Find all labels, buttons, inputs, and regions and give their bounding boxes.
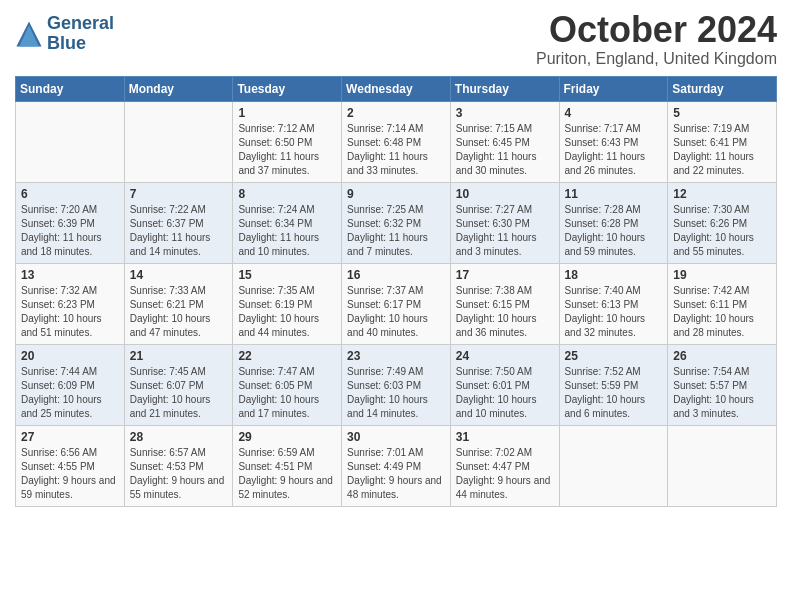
day-number: 17 xyxy=(456,268,554,282)
calendar-cell: 29Sunrise: 6:59 AM Sunset: 4:51 PM Dayli… xyxy=(233,425,342,506)
calendar-cell: 26Sunrise: 7:54 AM Sunset: 5:57 PM Dayli… xyxy=(668,344,777,425)
day-number: 22 xyxy=(238,349,336,363)
calendar-cell: 13Sunrise: 7:32 AM Sunset: 6:23 PM Dayli… xyxy=(16,263,125,344)
day-info: Sunrise: 7:50 AM Sunset: 6:01 PM Dayligh… xyxy=(456,365,554,421)
day-number: 18 xyxy=(565,268,663,282)
day-info: Sunrise: 7:44 AM Sunset: 6:09 PM Dayligh… xyxy=(21,365,119,421)
day-info: Sunrise: 7:33 AM Sunset: 6:21 PM Dayligh… xyxy=(130,284,228,340)
calendar-cell: 14Sunrise: 7:33 AM Sunset: 6:21 PM Dayli… xyxy=(124,263,233,344)
calendar-cell: 1Sunrise: 7:12 AM Sunset: 6:50 PM Daylig… xyxy=(233,101,342,182)
day-header-thursday: Thursday xyxy=(450,76,559,101)
day-info: Sunrise: 7:22 AM Sunset: 6:37 PM Dayligh… xyxy=(130,203,228,259)
calendar-cell: 15Sunrise: 7:35 AM Sunset: 6:19 PM Dayli… xyxy=(233,263,342,344)
calendar-cell xyxy=(668,425,777,506)
day-number: 7 xyxy=(130,187,228,201)
day-info: Sunrise: 7:32 AM Sunset: 6:23 PM Dayligh… xyxy=(21,284,119,340)
logo: General Blue xyxy=(15,14,114,54)
calendar-cell: 28Sunrise: 6:57 AM Sunset: 4:53 PM Dayli… xyxy=(124,425,233,506)
calendar-cell: 25Sunrise: 7:52 AM Sunset: 5:59 PM Dayli… xyxy=(559,344,668,425)
day-info: Sunrise: 7:30 AM Sunset: 6:26 PM Dayligh… xyxy=(673,203,771,259)
calendar-cell: 4Sunrise: 7:17 AM Sunset: 6:43 PM Daylig… xyxy=(559,101,668,182)
day-header-monday: Monday xyxy=(124,76,233,101)
day-number: 8 xyxy=(238,187,336,201)
week-row-4: 20Sunrise: 7:44 AM Sunset: 6:09 PM Dayli… xyxy=(16,344,777,425)
calendar-cell: 22Sunrise: 7:47 AM Sunset: 6:05 PM Dayli… xyxy=(233,344,342,425)
calendar-cell: 2Sunrise: 7:14 AM Sunset: 6:48 PM Daylig… xyxy=(342,101,451,182)
day-number: 6 xyxy=(21,187,119,201)
day-info: Sunrise: 7:19 AM Sunset: 6:41 PM Dayligh… xyxy=(673,122,771,178)
calendar-cell: 27Sunrise: 6:56 AM Sunset: 4:55 PM Dayli… xyxy=(16,425,125,506)
day-info: Sunrise: 7:27 AM Sunset: 6:30 PM Dayligh… xyxy=(456,203,554,259)
week-row-2: 6Sunrise: 7:20 AM Sunset: 6:39 PM Daylig… xyxy=(16,182,777,263)
day-number: 10 xyxy=(456,187,554,201)
calendar-body: 1Sunrise: 7:12 AM Sunset: 6:50 PM Daylig… xyxy=(16,101,777,506)
day-number: 12 xyxy=(673,187,771,201)
location: Puriton, England, United Kingdom xyxy=(536,50,777,68)
day-number: 3 xyxy=(456,106,554,120)
day-info: Sunrise: 7:14 AM Sunset: 6:48 PM Dayligh… xyxy=(347,122,445,178)
calendar-cell: 12Sunrise: 7:30 AM Sunset: 6:26 PM Dayli… xyxy=(668,182,777,263)
day-number: 19 xyxy=(673,268,771,282)
day-number: 31 xyxy=(456,430,554,444)
day-number: 29 xyxy=(238,430,336,444)
calendar-header-row: SundayMondayTuesdayWednesdayThursdayFrid… xyxy=(16,76,777,101)
logo-icon xyxy=(15,20,43,48)
day-number: 28 xyxy=(130,430,228,444)
day-info: Sunrise: 7:49 AM Sunset: 6:03 PM Dayligh… xyxy=(347,365,445,421)
day-info: Sunrise: 6:56 AM Sunset: 4:55 PM Dayligh… xyxy=(21,446,119,502)
day-header-saturday: Saturday xyxy=(668,76,777,101)
day-number: 2 xyxy=(347,106,445,120)
day-number: 26 xyxy=(673,349,771,363)
logo-text: General Blue xyxy=(47,14,114,54)
day-info: Sunrise: 7:42 AM Sunset: 6:11 PM Dayligh… xyxy=(673,284,771,340)
day-info: Sunrise: 7:17 AM Sunset: 6:43 PM Dayligh… xyxy=(565,122,663,178)
day-info: Sunrise: 7:24 AM Sunset: 6:34 PM Dayligh… xyxy=(238,203,336,259)
calendar-cell: 11Sunrise: 7:28 AM Sunset: 6:28 PM Dayli… xyxy=(559,182,668,263)
day-number: 25 xyxy=(565,349,663,363)
day-info: Sunrise: 6:59 AM Sunset: 4:51 PM Dayligh… xyxy=(238,446,336,502)
day-info: Sunrise: 7:12 AM Sunset: 6:50 PM Dayligh… xyxy=(238,122,336,178)
day-number: 24 xyxy=(456,349,554,363)
day-info: Sunrise: 7:35 AM Sunset: 6:19 PM Dayligh… xyxy=(238,284,336,340)
day-number: 15 xyxy=(238,268,336,282)
calendar-cell: 17Sunrise: 7:38 AM Sunset: 6:15 PM Dayli… xyxy=(450,263,559,344)
day-number: 16 xyxy=(347,268,445,282)
day-number: 27 xyxy=(21,430,119,444)
day-header-sunday: Sunday xyxy=(16,76,125,101)
day-info: Sunrise: 7:52 AM Sunset: 5:59 PM Dayligh… xyxy=(565,365,663,421)
day-info: Sunrise: 7:02 AM Sunset: 4:47 PM Dayligh… xyxy=(456,446,554,502)
calendar-cell: 23Sunrise: 7:49 AM Sunset: 6:03 PM Dayli… xyxy=(342,344,451,425)
day-info: Sunrise: 7:40 AM Sunset: 6:13 PM Dayligh… xyxy=(565,284,663,340)
day-number: 5 xyxy=(673,106,771,120)
day-info: Sunrise: 7:37 AM Sunset: 6:17 PM Dayligh… xyxy=(347,284,445,340)
calendar-cell: 18Sunrise: 7:40 AM Sunset: 6:13 PM Dayli… xyxy=(559,263,668,344)
week-row-3: 13Sunrise: 7:32 AM Sunset: 6:23 PM Dayli… xyxy=(16,263,777,344)
week-row-5: 27Sunrise: 6:56 AM Sunset: 4:55 PM Dayli… xyxy=(16,425,777,506)
day-info: Sunrise: 7:01 AM Sunset: 4:49 PM Dayligh… xyxy=(347,446,445,502)
day-number: 30 xyxy=(347,430,445,444)
calendar-cell: 31Sunrise: 7:02 AM Sunset: 4:47 PM Dayli… xyxy=(450,425,559,506)
calendar-cell: 16Sunrise: 7:37 AM Sunset: 6:17 PM Dayli… xyxy=(342,263,451,344)
day-info: Sunrise: 7:28 AM Sunset: 6:28 PM Dayligh… xyxy=(565,203,663,259)
calendar-table: SundayMondayTuesdayWednesdayThursdayFrid… xyxy=(15,76,777,507)
calendar-cell: 21Sunrise: 7:45 AM Sunset: 6:07 PM Dayli… xyxy=(124,344,233,425)
calendar-cell: 7Sunrise: 7:22 AM Sunset: 6:37 PM Daylig… xyxy=(124,182,233,263)
month-title: October 2024 xyxy=(536,10,777,50)
day-number: 4 xyxy=(565,106,663,120)
day-info: Sunrise: 6:57 AM Sunset: 4:53 PM Dayligh… xyxy=(130,446,228,502)
day-header-friday: Friday xyxy=(559,76,668,101)
day-number: 11 xyxy=(565,187,663,201)
day-info: Sunrise: 7:25 AM Sunset: 6:32 PM Dayligh… xyxy=(347,203,445,259)
day-info: Sunrise: 7:47 AM Sunset: 6:05 PM Dayligh… xyxy=(238,365,336,421)
calendar-cell: 30Sunrise: 7:01 AM Sunset: 4:49 PM Dayli… xyxy=(342,425,451,506)
day-number: 14 xyxy=(130,268,228,282)
calendar-cell: 20Sunrise: 7:44 AM Sunset: 6:09 PM Dayli… xyxy=(16,344,125,425)
day-info: Sunrise: 7:15 AM Sunset: 6:45 PM Dayligh… xyxy=(456,122,554,178)
calendar-cell: 8Sunrise: 7:24 AM Sunset: 6:34 PM Daylig… xyxy=(233,182,342,263)
day-info: Sunrise: 7:45 AM Sunset: 6:07 PM Dayligh… xyxy=(130,365,228,421)
calendar-cell xyxy=(559,425,668,506)
calendar-cell xyxy=(124,101,233,182)
day-info: Sunrise: 7:54 AM Sunset: 5:57 PM Dayligh… xyxy=(673,365,771,421)
day-number: 20 xyxy=(21,349,119,363)
day-header-wednesday: Wednesday xyxy=(342,76,451,101)
